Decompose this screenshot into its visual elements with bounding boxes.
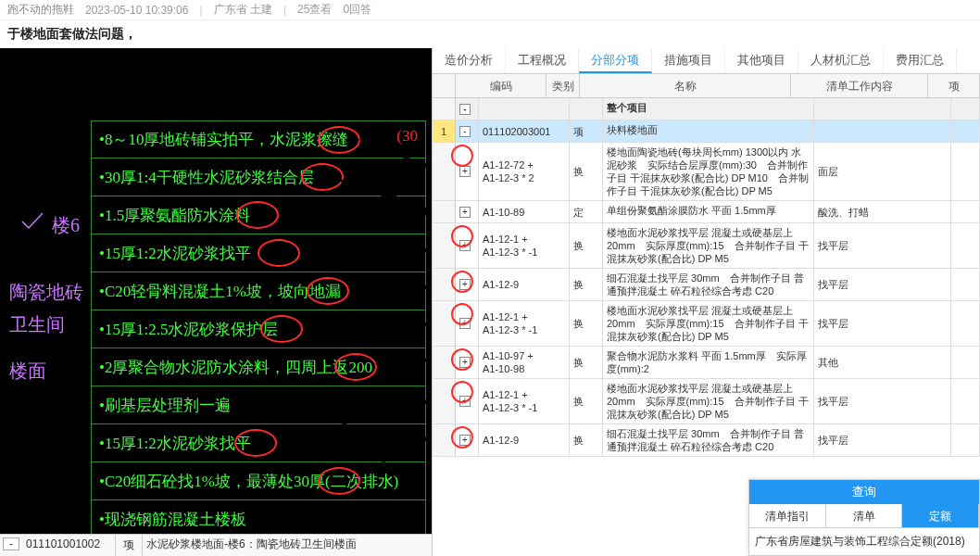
table-row[interactable]: -整个项目 [433,98,980,120]
table-row[interactable]: +A1-12-9换细石混凝土找平层 30mm 合并制作子目 普通预拌混凝土 碎石… [433,424,980,457]
cad-layer-row: •8～10厚地砖铺实拍平，水泥浆擦缝(30 [91,120,426,158]
grid-header: 编码 类别 名称 清单工作内容 项 [433,74,980,98]
tab-2[interactable]: 分部分项 [579,48,652,73]
table-row[interactable]: 1-011102003001项块料楼地面 [433,120,980,143]
cell-name: 细石混凝土找平层 30mm 合并制作子目 普通预拌混凝土 碎石粒径综合考虑 C2… [603,424,814,456]
cell-work: 找平层 [814,301,951,346]
query-tab-2[interactable]: 定额 [902,504,979,527]
row-number [433,269,456,300]
room-label: 卫生间 [9,312,65,337]
item-type: 项 [115,535,143,556]
cell-name: 楼地面水泥砂浆找平层 混凝土或硬基层上 20mm 实际厚度(mm):15 合并制… [603,379,814,423]
annotation-circle [234,429,277,457]
table-row[interactable]: +A1-10-89定单组份聚氨酯涂膜防水 平面 1.5mm厚酸洗、打蜡 [433,201,980,223]
tab-0[interactable]: 造价分析 [433,48,506,73]
cell-name: 细石混凝土找平层 30mm 合并制作子目 普通预拌混凝土 碎石粒径综合考虑 C2… [603,269,814,300]
view-count: 25查看 [297,2,332,18]
annotation-circle [318,126,360,154]
cell-work: 面层 [814,143,951,200]
table-row[interactable]: +A1-10-97 + A1-10-98换聚合物水泥防水浆料 平面 1.5mm厚… [433,347,980,379]
row-number [433,223,456,268]
left-bottom-row: - 011101001002 项 水泥砂浆楼地面-楼6：陶瓷地砖卫生间楼面 [0,534,432,556]
query-tab-1[interactable]: 清单 [826,504,903,527]
row-number: 1 [433,120,456,142]
main-tabs: 造价分析工程概况分部分项措施项目其他项目人材机汇总费用汇总 [433,48,980,74]
cell-work [814,98,951,120]
cell-name: 块料楼地面 [603,120,814,142]
query-body: 广东省房屋建筑与装饰工程综合定额(2018) [749,528,979,555]
annotation-circle [301,163,344,191]
cell-code [479,98,570,120]
cell-type: 项 [570,120,603,142]
tab-4[interactable]: 其他项目 [725,48,798,73]
cell-code: A1-12-1 + A1-12-3 * -1 [479,379,570,423]
row-number [433,98,456,120]
cell-code: A1-12-72 + A1-12-3 * 2 [479,143,570,200]
annotation-circle [258,239,300,267]
annotation-number: (30 [396,127,418,145]
cell-work: 找平层 [814,223,951,268]
collapse-icon[interactable]: - [459,126,471,137]
expand-icon[interactable]: + [459,396,471,407]
cell-type: 换 [570,379,603,423]
row-number [433,424,456,456]
annotation-circle [260,315,303,343]
annotation-circle [334,353,377,381]
cad-drawing-pane: 楼6 陶瓷地砖 卫生间 楼面 •8～10厚地砖铺实拍平，水泥浆擦缝(30•30厚… [0,48,432,556]
table-row[interactable]: +A1-12-1 + A1-12-3 * -1换楼地面水泥砂浆找平层 混凝土或硬… [433,223,980,269]
cell-type: 换 [570,223,603,268]
col-work: 清单工作内容 [791,74,928,97]
cad-layer-row: •30厚1:4干硬性水泥砂浆结合层 [91,158,426,196]
expand-icon[interactable]: - [3,537,19,550]
item-code: 011101001002 [22,535,115,556]
expand-icon[interactable]: + [459,240,471,251]
cell-work: 酸洗、打蜡 [814,201,951,222]
cad-layer-row: •刷基层处理剂一遍 [91,386,426,424]
material-label: 陶瓷地砖 [9,280,83,305]
cell-work: 找平层 [814,269,951,300]
annotation-circle [318,467,360,495]
cell-code: A1-10-89 [479,201,570,222]
tab-5[interactable]: 人材机汇总 [798,48,884,73]
floor-label: 楼6 [52,213,80,238]
post-title: 于楼地面套做法问题， [0,20,980,48]
query-tabs: 清单指引清单定额 [749,504,979,528]
post-location: 广东省 土建 [214,2,272,18]
table-row[interactable]: +A1-12-1 + A1-12-3 * -1换楼地面水泥砂浆找平层 混凝土或硬… [433,301,980,347]
table-row[interactable]: +A1-12-1 + A1-12-3 * -1换楼地面水泥砂浆找平层 混凝土或硬… [433,379,980,424]
post-meta-bar: 跑不动的拖鞋 2023-05-10 10:39:06 | 广东省 土建 | 25… [0,0,980,20]
author: 跑不动的拖鞋 [7,2,74,18]
cell-code: A1-12-1 + A1-12-3 * -1 [479,223,570,268]
row-number [433,301,456,346]
table-row[interactable]: +A1-12-72 + A1-12-3 * 2换楼地面陶瓷地砖(每块周长mm) … [433,143,980,201]
table-row[interactable]: +A1-12-9换细石混凝土找平层 30mm 合并制作子目 普通预拌混凝土 碎石… [433,269,980,301]
expand-icon[interactable]: + [459,318,471,329]
surface-label: 楼面 [9,359,46,384]
cell-type: 换 [570,347,603,378]
cell-code: A1-12-1 + A1-12-3 * -1 [479,301,570,346]
cad-layer-row: •2厚聚合物水泥防水涂料，四周上返200 [91,348,426,386]
expand-icon[interactable]: + [459,166,471,177]
expand-icon[interactable]: + [459,435,471,446]
cell-code: A1-12-9 [479,269,570,300]
cad-layer-row: •15厚1:2.5水泥砂浆保护层 [91,310,426,348]
col-name: 名称 [580,74,791,97]
query-panel: 查询 清单指引清单定额 广东省房屋建筑与装饰工程综合定额(2018) [748,479,980,556]
query-tab-0[interactable]: 清单指引 [749,504,826,527]
col-item: 项 [928,74,980,97]
cell-code: 011102003001 [479,120,570,142]
tab-3[interactable]: 措施项目 [652,48,725,73]
cell-work: 找平层 [814,379,951,423]
expand-icon[interactable]: + [459,279,471,290]
tab-1[interactable]: 工程概况 [506,48,579,73]
cell-type [570,98,603,120]
cell-name: 楼地面水泥砂浆找平层 混凝土或硬基层上 20mm 实际厚度(mm):15 合并制… [603,223,814,268]
reply-count: 0回答 [343,2,371,18]
cad-layer-row: •15厚1:2水泥砂浆找平 [91,234,426,272]
expand-icon[interactable]: + [459,207,471,218]
collapse-icon[interactable]: - [459,104,471,115]
expand-icon[interactable]: + [459,357,471,368]
tab-6[interactable]: 费用汇总 [884,48,957,73]
cell-type: 换 [570,424,603,456]
item-name: 水泥砂浆楼地面-楼6：陶瓷地砖卫生间楼面 [143,535,432,556]
